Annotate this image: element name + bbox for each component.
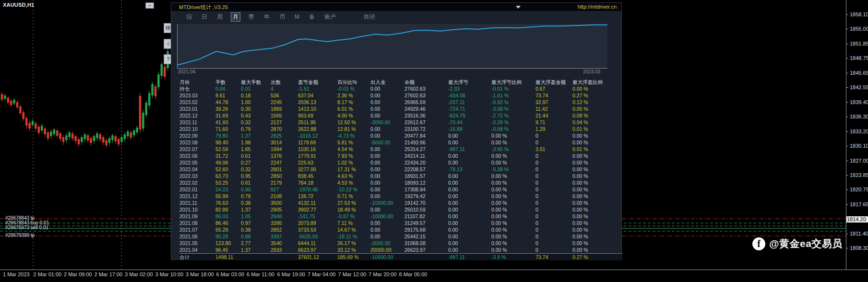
mt4-terminal: XAUUSD,H1 1858.101855.001851.851848.7518…	[0, 0, 868, 282]
value-cell: 784.18	[298, 179, 337, 186]
value-cell: 90.28	[215, 233, 241, 240]
value-cell: -724.71	[448, 106, 491, 112]
equity-start-label: 2021.04	[178, 69, 195, 74]
menu-item-日[interactable]: 日	[200, 12, 209, 22]
value-cell: 0.00	[370, 166, 404, 173]
menu-item-年[interactable]: 年	[262, 12, 271, 22]
value-cell: -70.44	[448, 119, 491, 126]
price-tick-mark	[846, 189, 848, 190]
menu-item-币[interactable]: 币	[278, 12, 286, 22]
price-tick-mark	[846, 131, 848, 132]
price-tick-mark	[846, 146, 848, 146]
value-cell: 0.00	[370, 226, 404, 233]
value-cell: -624.79	[448, 112, 491, 119]
panel-url-link[interactable]: http://mtdriver.cn	[578, 4, 617, 10]
menu-item-综[interactable]: 综	[185, 12, 193, 22]
menu-item-路径[interactable]: 路径	[362, 12, 377, 22]
value-cell: 37601.12	[298, 254, 337, 260]
table-row: 2023.0244.781.0022452036.138.17 %0.00269…	[179, 99, 622, 106]
value-cell: 0.00	[370, 132, 404, 139]
value-cell: 0.00 %	[491, 153, 535, 159]
candle-body	[105, 140, 107, 145]
value-cell: 0.18	[241, 92, 271, 99]
month-cell: 2022.07	[179, 146, 215, 153]
value-cell: 0.00	[448, 240, 491, 247]
time-axis-border	[0, 270, 868, 270]
price-tick-mark	[846, 117, 848, 117]
value-cell: 0.00	[370, 233, 404, 240]
menu-item-季[interactable]: 季	[247, 12, 256, 22]
panel-title-bar[interactable]: MTDriver统计 ,V3.25 http://mtdriver.cn	[171, 3, 621, 11]
month-cell: 2022.12	[179, 112, 215, 119]
col-header: 最大浮亏	[448, 79, 491, 85]
time-tick-label: 8 Mar 05:00	[399, 271, 428, 277]
col-header: 次数	[271, 79, 298, 85]
table-row: 2021.0886.460.9733952073.897.11 %0.00312…	[179, 220, 622, 226]
menu-item-账户[interactable]: 账户	[323, 12, 337, 22]
value-cell: 0	[535, 139, 572, 146]
menu-item-月[interactable]: 月	[231, 12, 240, 22]
value-cell: 17308.94	[404, 186, 448, 193]
time-tick-label: 6 Mar 19:00	[277, 271, 306, 277]
minimize-button[interactable]: −	[145, 2, 154, 9]
value-cell: 0.00	[448, 173, 491, 179]
value-cell: 31249.57	[404, 220, 448, 226]
candle-body	[47, 132, 49, 139]
value-cell: 2245	[271, 99, 298, 106]
value-cell: 1413.10	[298, 106, 337, 112]
value-cell: 63.73	[215, 173, 241, 179]
value-cell: -2.33	[448, 85, 491, 92]
candle-body	[102, 137, 105, 142]
price-tick-label: 1820.75	[850, 187, 868, 192]
value-cell: 0	[535, 206, 572, 213]
value-cell: -1.51	[298, 85, 337, 92]
value-cell: 2905	[271, 206, 298, 213]
month-cell: 2023.01	[179, 106, 215, 112]
price-axis-border	[846, 0, 846, 270]
price-tick-label: 1848.75	[850, 56, 868, 61]
value-cell: 3500	[271, 200, 298, 206]
time-tick-label: 7 Mar 04:00	[308, 271, 336, 277]
candle-body	[35, 123, 37, 129]
value-cell: -18.11 %	[337, 233, 370, 240]
value-cell: 0.00	[370, 173, 404, 179]
table-row: 2023.039.610.18536637.042.36 %0.0027602.…	[179, 92, 622, 99]
menu-item-周[interactable]: 周	[215, 12, 224, 22]
value-cell: 4.54 %	[337, 146, 370, 153]
table-row: 2022.0631.720.6113761779.917.93 %0.00242…	[179, 153, 622, 159]
value-cell: 0.00 %	[572, 240, 622, 247]
value-cell: -10000.00	[370, 213, 404, 220]
value-cell: 86.03	[215, 213, 241, 220]
value-cell: -0.38 %	[491, 166, 535, 173]
price-tick-label: 1833.20	[850, 129, 868, 134]
menu-item-M[interactable]: M	[293, 13, 301, 21]
value-cell: 1179.69	[298, 139, 337, 146]
value-cell: 26965.59	[404, 99, 448, 106]
value-cell: 0.88	[241, 233, 271, 240]
value-cell: 52.60	[215, 166, 241, 173]
value-cell: 86.46	[215, 220, 241, 226]
value-cell: 0.00	[370, 179, 404, 186]
table-row: 2022.1231.690.431565903.694.00 %0.002351…	[179, 112, 622, 119]
candle-body	[74, 136, 77, 141]
candle-body	[59, 133, 61, 139]
col-header: 最大浮盈金额	[535, 79, 572, 85]
value-cell: 0.00 %	[572, 132, 622, 139]
candle-body	[1, 94, 3, 100]
month-cell: 2022.08	[179, 139, 215, 146]
value-cell: 0.30	[241, 106, 271, 112]
value-cell: 5.81 %	[337, 139, 370, 146]
candle-body	[90, 138, 92, 143]
candle-body	[93, 136, 95, 141]
price-tick-label: 1842.55	[850, 85, 868, 90]
value-cell: 0.00	[370, 146, 404, 153]
value-cell: 0.00	[370, 126, 404, 132]
current-price-badge: 1814.20	[846, 216, 868, 223]
col-header: 盈亏金额	[298, 79, 337, 85]
time-tick-label: 1 Mar 2023	[3, 271, 30, 277]
menu-item-备[interactable]: 备	[308, 12, 316, 22]
value-cell: -2000.00	[370, 240, 404, 247]
month-cell: 2022.03	[179, 173, 215, 179]
value-cell: 0	[535, 220, 572, 226]
value-cell: 0.00 %	[491, 132, 535, 139]
